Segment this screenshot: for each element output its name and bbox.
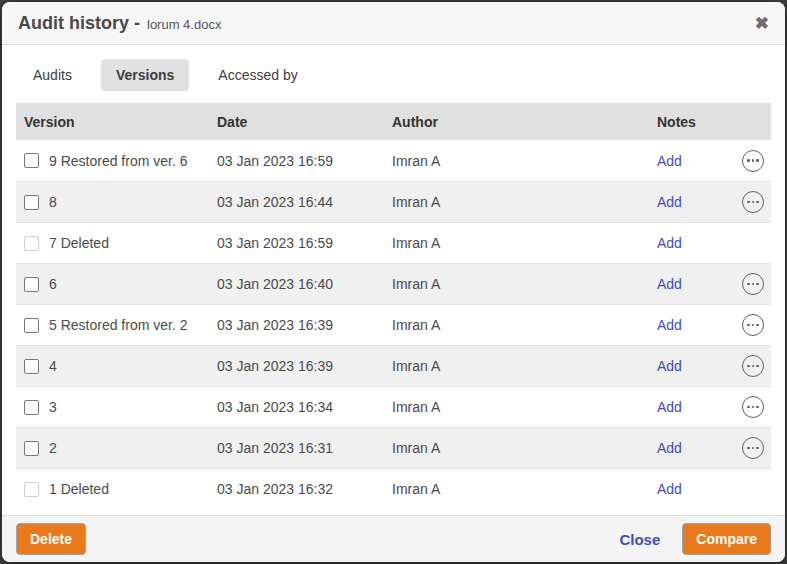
- actions-cell: [727, 437, 771, 459]
- version-label: 7 Deleted: [49, 235, 109, 251]
- date-cell: 03 Jan 2023 16:40: [209, 276, 384, 292]
- author-cell: Imran A: [384, 235, 649, 251]
- author-cell: Imran A: [384, 358, 649, 374]
- author-cell: Imran A: [384, 317, 649, 333]
- author-cell: Imran A: [384, 276, 649, 292]
- version-label: 1 Deleted: [49, 481, 109, 497]
- column-header-version: Version: [16, 114, 209, 130]
- row-checkbox[interactable]: [24, 400, 39, 415]
- dialog-header: Audit history - lorum 4.docx ✖: [2, 2, 785, 45]
- add-note-link[interactable]: Add: [649, 194, 727, 210]
- actions-cell: [727, 355, 771, 377]
- more-options-icon[interactable]: [742, 150, 764, 172]
- row-checkbox[interactable]: [24, 441, 39, 456]
- dialog-title: Audit history -: [18, 13, 140, 34]
- close-button[interactable]: Close: [619, 531, 660, 548]
- version-cell: 3: [16, 399, 209, 415]
- actions-cell: [727, 396, 771, 418]
- version-label: 6: [49, 276, 57, 292]
- actions-cell: [727, 273, 771, 295]
- version-cell: 5 Restored from ver. 2: [16, 317, 209, 333]
- add-note-link[interactable]: Add: [649, 153, 727, 169]
- actions-cell: [727, 150, 771, 172]
- table-row: 6 03 Jan 2023 16:40 Imran A Add: [16, 263, 771, 304]
- dialog-footer: Delete Close Compare: [2, 515, 785, 562]
- table-row: 1 Deleted 03 Jan 2023 16:32 Imran A Add: [16, 468, 771, 509]
- author-cell: Imran A: [384, 399, 649, 415]
- audit-history-dialog: Audit history - lorum 4.docx ✖ Audits Ve…: [2, 2, 785, 562]
- version-cell: 2: [16, 440, 209, 456]
- version-label: 9 Restored from ver. 6: [49, 153, 188, 169]
- compare-button[interactable]: Compare: [682, 523, 771, 555]
- date-cell: 03 Jan 2023 16:39: [209, 317, 384, 333]
- more-options-icon[interactable]: [742, 355, 764, 377]
- table-row: 7 Deleted 03 Jan 2023 16:59 Imran A Add: [16, 222, 771, 263]
- date-cell: 03 Jan 2023 16:59: [209, 153, 384, 169]
- author-cell: Imran A: [384, 153, 649, 169]
- row-checkbox[interactable]: [24, 277, 39, 292]
- version-cell: 7 Deleted: [16, 235, 209, 251]
- author-cell: Imran A: [384, 440, 649, 456]
- close-icon[interactable]: ✖: [755, 15, 769, 32]
- date-cell: 03 Jan 2023 16:31: [209, 440, 384, 456]
- tab-versions[interactable]: Versions: [101, 59, 189, 91]
- add-note-link[interactable]: Add: [649, 276, 727, 292]
- version-label: 3: [49, 399, 57, 415]
- table-body: 9 Restored from ver. 6 03 Jan 2023 16:59…: [16, 140, 771, 509]
- version-label: 2: [49, 440, 57, 456]
- add-note-link[interactable]: Add: [649, 317, 727, 333]
- row-checkbox[interactable]: [24, 482, 39, 497]
- add-note-link[interactable]: Add: [649, 481, 727, 497]
- table-row: 2 03 Jan 2023 16:31 Imran A Add: [16, 427, 771, 468]
- add-note-link[interactable]: Add: [649, 235, 727, 251]
- add-note-link[interactable]: Add: [649, 399, 727, 415]
- tab-accessed-by[interactable]: Accessed by: [203, 59, 312, 91]
- version-cell: 8: [16, 194, 209, 210]
- delete-button[interactable]: Delete: [16, 523, 86, 555]
- tab-audits[interactable]: Audits: [18, 59, 87, 91]
- actions-cell: [727, 191, 771, 213]
- version-label: 5 Restored from ver. 2: [49, 317, 188, 333]
- more-options-icon[interactable]: [742, 396, 764, 418]
- version-label: 8: [49, 194, 57, 210]
- row-checkbox[interactable]: [24, 236, 39, 251]
- version-cell: 1 Deleted: [16, 481, 209, 497]
- date-cell: 03 Jan 2023 16:44: [209, 194, 384, 210]
- column-header-author: Author: [384, 114, 649, 130]
- more-options-icon[interactable]: [742, 437, 764, 459]
- row-checkbox[interactable]: [24, 359, 39, 374]
- dialog-title-group: Audit history - lorum 4.docx: [18, 13, 221, 34]
- actions-cell: [727, 314, 771, 336]
- date-cell: 03 Jan 2023 16:39: [209, 358, 384, 374]
- row-checkbox[interactable]: [24, 195, 39, 210]
- version-cell: 6: [16, 276, 209, 292]
- date-cell: 03 Jan 2023 16:32: [209, 481, 384, 497]
- table-row: 4 03 Jan 2023 16:39 Imran A Add: [16, 345, 771, 386]
- more-options-icon[interactable]: [742, 273, 764, 295]
- add-note-link[interactable]: Add: [649, 440, 727, 456]
- table-row: 3 03 Jan 2023 16:34 Imran A Add: [16, 386, 771, 427]
- row-checkbox[interactable]: [24, 153, 39, 168]
- column-header-date: Date: [209, 114, 384, 130]
- row-checkbox[interactable]: [24, 318, 39, 333]
- version-label: 4: [49, 358, 57, 374]
- date-cell: 03 Jan 2023 16:59: [209, 235, 384, 251]
- table-row: 5 Restored from ver. 2 03 Jan 2023 16:39…: [16, 304, 771, 345]
- table-row: 9 Restored from ver. 6 03 Jan 2023 16:59…: [16, 140, 771, 181]
- author-cell: Imran A: [384, 481, 649, 497]
- version-cell: 4: [16, 358, 209, 374]
- version-cell: 9 Restored from ver. 6: [16, 153, 209, 169]
- add-note-link[interactable]: Add: [649, 358, 727, 374]
- more-options-icon[interactable]: [742, 191, 764, 213]
- date-cell: 03 Jan 2023 16:34: [209, 399, 384, 415]
- author-cell: Imran A: [384, 194, 649, 210]
- column-header-notes: Notes: [649, 114, 727, 130]
- document-filename: lorum 4.docx: [147, 17, 221, 32]
- versions-table: Version Date Author Notes 9 Restored fro…: [16, 103, 771, 509]
- footer-right-group: Close Compare: [619, 523, 771, 555]
- more-options-icon[interactable]: [742, 314, 764, 336]
- tab-bar: Audits Versions Accessed by: [2, 45, 785, 101]
- table-header-row: Version Date Author Notes: [16, 103, 771, 140]
- table-row: 8 03 Jan 2023 16:44 Imran A Add: [16, 181, 771, 222]
